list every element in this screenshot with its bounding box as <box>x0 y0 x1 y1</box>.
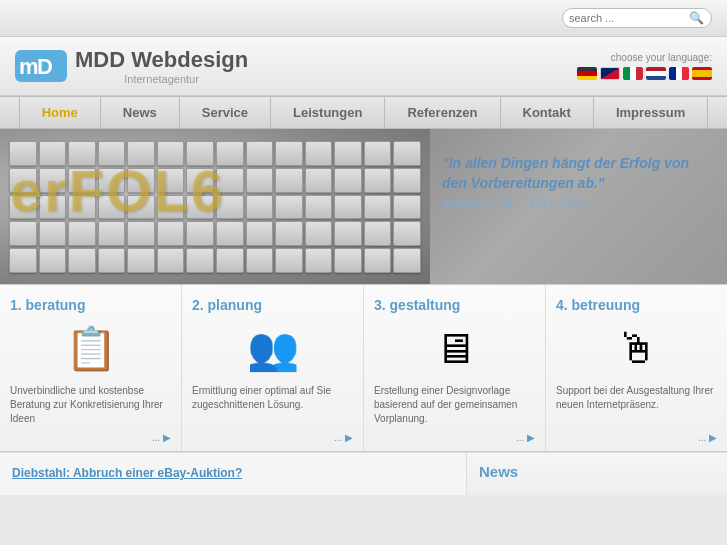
service-card-beratung: 1. Beratung📋Unverbindliche und kostenbse… <box>0 285 182 451</box>
flag-es[interactable] <box>692 67 712 80</box>
service-card-betreuung: 4. Betreuung🖱Support bei der Ausgestaltu… <box>546 285 727 451</box>
nav-link-referenzen[interactable]: Referenzen <box>385 97 500 128</box>
keyboard-key <box>246 141 274 166</box>
keyboard-key <box>9 221 37 246</box>
search-icon[interactable]: 🔍 <box>689 11 704 25</box>
keyboard-key <box>98 221 126 246</box>
flag-gb[interactable] <box>600 67 620 80</box>
service-desc-betreuung: Support bei der Ausgestaltung Ihrer neue… <box>556 384 717 426</box>
keyboard-key <box>275 221 303 246</box>
language-area: choose your language: <box>577 52 712 80</box>
service-desc-beratung: Unverbindliche und kostenbse Beratung zu… <box>10 384 171 426</box>
service-more-beratung[interactable]: ... ▶ <box>152 432 171 443</box>
service-title-planung: 2. Planung <box>192 297 262 313</box>
flag-fr[interactable] <box>669 67 689 80</box>
keyboard-key <box>216 221 244 246</box>
keyboard-key <box>334 221 362 246</box>
keyboard-key <box>393 248 421 273</box>
keyboard-key <box>393 221 421 246</box>
keyboard-key <box>275 248 303 273</box>
nav-link-service[interactable]: Service <box>180 97 271 128</box>
keyboard-key <box>275 141 303 166</box>
news-link[interactable]: Diebstahl: Abbruch einer eBay-Auktion? <box>12 466 242 480</box>
keyboard-key <box>334 141 362 166</box>
services-section: 1. Beratung📋Unverbindliche und kostenbse… <box>0 284 727 452</box>
keyboard-key <box>186 221 214 246</box>
keyboard-key <box>39 221 67 246</box>
top-bar: 🔍 <box>0 0 727 37</box>
nav-item-leistungen: Leistungen <box>271 97 385 128</box>
keyboard-key <box>334 248 362 273</box>
keyboard-key <box>393 168 421 193</box>
service-icon-betreuung: 🖱 <box>556 321 717 376</box>
svg-text:m: m <box>19 54 39 79</box>
keyboard-key <box>364 141 392 166</box>
keyboard-key <box>127 248 155 273</box>
logo-title: MDD Webdesign <box>75 47 248 73</box>
keyboard-key <box>246 195 274 220</box>
main-nav: HomeNewsServiceLeistungenReferenzenKonta… <box>0 96 727 129</box>
flag-it[interactable] <box>623 67 643 80</box>
logo-area: m D MDD Webdesign Internetagentur <box>15 47 248 85</box>
keyboard-key <box>393 195 421 220</box>
keyboard-key <box>334 168 362 193</box>
nav-item-service: Service <box>180 97 271 128</box>
service-icon-gestaltung: 🖥 <box>374 321 535 376</box>
service-more-planung[interactable]: ... ▶ <box>334 432 353 443</box>
service-card-planung: 2. Planung👥Ermittlung einer optimal auf … <box>182 285 364 451</box>
bottom-right: News <box>467 453 727 495</box>
keyboard-key <box>364 168 392 193</box>
keyboard-key <box>246 168 274 193</box>
service-title-gestaltung: 3. Gestaltung <box>374 297 460 313</box>
service-title-betreuung: 4. Betreuung <box>556 297 640 313</box>
keyboard-key <box>186 248 214 273</box>
keyboard-key <box>127 221 155 246</box>
nav-link-impressum[interactable]: Impressum <box>594 97 708 128</box>
news-title: News <box>479 463 715 480</box>
service-more-gestaltung[interactable]: ... ▶ <box>516 432 535 443</box>
service-desc-planung: Ermittlung einer optimal auf Sie zugesch… <box>192 384 353 426</box>
keyboard-key <box>9 248 37 273</box>
keyboard-key <box>68 221 96 246</box>
keyboard-key <box>275 195 303 220</box>
service-desc-gestaltung: Erstellung einer Designvorlage basierend… <box>374 384 535 426</box>
quote-author: (Konfuzius, 551 - 479 v. Chr.) <box>442 198 712 210</box>
keyboard-key <box>157 248 185 273</box>
quote-text: "In allen Dingen hängt der Erfolg von de… <box>442 155 689 191</box>
keyboard-key <box>216 248 244 273</box>
keyboard-key <box>364 195 392 220</box>
keyboard-key <box>305 221 333 246</box>
nav-link-kontakt[interactable]: Kontakt <box>501 97 594 128</box>
flag-nl[interactable] <box>646 67 666 80</box>
service-more-betreuung[interactable]: ... ▶ <box>698 432 717 443</box>
mdd-logo-icon: m D <box>15 50 67 82</box>
nav-item-kontakt: Kontakt <box>501 97 594 128</box>
nav-link-leistungen[interactable]: Leistungen <box>271 97 385 128</box>
flags-group <box>577 67 712 80</box>
service-title-beratung: 1. Beratung <box>10 297 85 313</box>
nav-link-news[interactable]: News <box>101 97 180 128</box>
service-icon-beratung: 📋 <box>10 321 171 376</box>
keyboard-key <box>364 221 392 246</box>
search-input[interactable] <box>569 12 689 24</box>
keyboard-key <box>68 248 96 273</box>
header: m D MDD Webdesign Internetagentur choose… <box>0 37 727 96</box>
keyboard-key <box>98 248 126 273</box>
keyboard-key <box>305 248 333 273</box>
keyboard-key <box>275 168 303 193</box>
hero-quote: "In allen Dingen hängt der Erfolg von de… <box>442 154 712 210</box>
flag-de[interactable] <box>577 67 597 80</box>
keyboard-key <box>157 221 185 246</box>
nav-link-home[interactable]: Home <box>19 97 101 128</box>
keyboard-key <box>305 141 333 166</box>
keyboard-key <box>364 248 392 273</box>
nav-item-home: Home <box>19 97 101 128</box>
hero-banner: erFOL6 "In allen Dingen hängt der Erfolg… <box>0 129 727 284</box>
search-box[interactable]: 🔍 <box>562 8 712 28</box>
service-icon-planung: 👥 <box>192 321 353 376</box>
nav-item-news: News <box>101 97 180 128</box>
logo-text-group: MDD Webdesign Internetagentur <box>75 47 248 85</box>
hero-main-text: erFOL6 <box>10 157 225 224</box>
nav-item-referenzen: Referenzen <box>385 97 500 128</box>
lang-label: choose your language: <box>611 52 712 63</box>
